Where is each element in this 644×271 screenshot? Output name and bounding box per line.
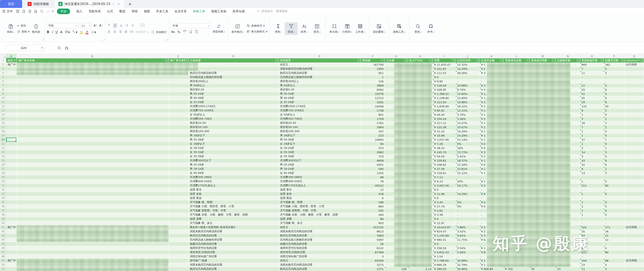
row-number[interactable]: 44: [0, 238, 6, 242]
table-header-cell[interactable]: 总购物车数: [556, 58, 580, 62]
cell[interactable]: 903: [361, 221, 385, 225]
underline-icon[interactable]: U: [56, 30, 58, 34]
cell[interactable]: 女 30-34岁: [188, 150, 279, 154]
cell[interactable]: [6, 75, 17, 79]
cell[interactable]: 分日详情: [624, 62, 644, 67]
cell[interactable]: -: [456, 217, 480, 221]
row-number[interactable]: 5: [0, 75, 6, 79]
cell[interactable]: [624, 213, 644, 217]
cell[interactable]: [169, 179, 188, 184]
export-icon[interactable]: [22, 10, 26, 13]
cell[interactable]: 类目笔50-100: [278, 125, 361, 129]
cell[interactable]: 223: [361, 134, 385, 138]
cell[interactable]: -: [580, 79, 604, 84]
cell[interactable]: 购买过店内商品的访客: [188, 267, 279, 271]
cell[interactable]: 13: [556, 267, 580, 271]
cell[interactable]: 天气现象 小雨、雨夹雪、阵雪、小雪: [278, 204, 361, 208]
table-tools-button[interactable]: 表格工具 ▾: [391, 22, 407, 35]
cell[interactable]: 1: [604, 146, 624, 150]
row-number[interactable]: 18: [0, 129, 6, 134]
cell[interactable]: ¥ 994.31: [433, 238, 456, 242]
cell[interactable]: [169, 117, 188, 121]
cell[interactable]: 0: [604, 154, 624, 158]
cell[interactable]: [6, 100, 17, 104]
cell[interactable]: [624, 138, 644, 142]
cell[interactable]: [17, 167, 169, 171]
cell[interactable]: 11.75%: [456, 238, 480, 242]
cell[interactable]: [17, 121, 169, 125]
cell[interactable]: ¥ 112.43: [433, 71, 456, 75]
cell[interactable]: 14.29%: [456, 134, 480, 138]
cell[interactable]: [6, 188, 17, 192]
cell[interactable]: 533: [361, 146, 385, 150]
cell[interactable]: 32: [580, 162, 604, 167]
tab-docer-templates[interactable]: ❧ 找稻壳模板: [22, 0, 55, 8]
cell[interactable]: 女 50岁以上: [188, 112, 279, 117]
cell[interactable]: [624, 134, 644, 138]
cell[interactable]: ¥ 258.59: [433, 246, 456, 250]
cell[interactable]: 156: [361, 79, 385, 84]
cell[interactable]: [17, 104, 169, 108]
filter-button[interactable]: 筛选 ▾: [285, 22, 298, 35]
cell[interactable]: [169, 158, 188, 162]
row-number[interactable]: 15: [0, 117, 6, 121]
cell[interactable]: ¥ 7.28: [433, 142, 456, 146]
cell[interactable]: ¥ 54.04: [433, 154, 456, 158]
cell[interactable]: 客: [188, 67, 279, 71]
row-number[interactable]: 34: [0, 196, 6, 200]
cell[interactable]: [17, 117, 169, 121]
cell[interactable]: 16: [361, 242, 385, 246]
cell[interactable]: [6, 184, 17, 188]
cell[interactable]: 16: [580, 121, 604, 125]
cell[interactable]: 1: [580, 142, 604, 146]
filter-dropdown-icon[interactable]: [500, 59, 503, 62]
cell[interactable]: [6, 71, 17, 75]
row-number[interactable]: 38: [0, 213, 6, 217]
cell[interactable]: ¥ 11.22: [433, 129, 456, 134]
table-header-cell[interactable]: 推广单元名称: [17, 58, 169, 62]
cell[interactable]: 分日详情: [624, 225, 644, 229]
filter-dropdown-icon[interactable]: [275, 59, 278, 62]
cell[interactable]: 月消费300元以下: [188, 158, 279, 162]
cell[interactable]: 自定义: [278, 258, 361, 263]
cell[interactable]: 类目笔20-50: [278, 121, 361, 125]
row-number[interactable]: 21: [0, 142, 6, 146]
cell[interactable]: 女 25-29岁: [188, 100, 279, 104]
cell[interactable]: 女 50岁以上: [278, 112, 361, 117]
cell[interactable]: [188, 62, 279, 67]
cell[interactable]: 购买过店内商品的访客: [188, 234, 279, 238]
cell[interactable]: [17, 175, 169, 179]
cell[interactable]: [169, 96, 188, 100]
filter-dropdown-icon[interactable]: [621, 59, 624, 62]
cell[interactable]: 男 18-24岁: [278, 167, 361, 171]
cell[interactable]: -: [604, 188, 624, 192]
cell[interactable]: 20%: [456, 179, 480, 184]
cell[interactable]: 类目笔100-300: [188, 129, 279, 134]
row-number[interactable]: 45: [0, 242, 6, 246]
cell[interactable]: -: [604, 221, 624, 225]
column-header-J[interactable]: J: [456, 54, 480, 58]
cell[interactable]: 115: [580, 104, 604, 108]
cell[interactable]: 20: [580, 88, 604, 92]
cell[interactable]: 女 18-24岁: [278, 146, 361, 150]
cell[interactable]: 3: [604, 171, 624, 175]
cell[interactable]: [17, 254, 169, 258]
cell[interactable]: [624, 192, 644, 196]
cell[interactable]: 2982: [361, 150, 385, 154]
cell[interactable]: [624, 84, 644, 88]
filter-dropdown-icon[interactable]: [382, 59, 384, 62]
cell[interactable]: 0: [604, 213, 624, 217]
row-number[interactable]: 1: [0, 58, 6, 62]
row-number[interactable]: 42: [0, 229, 6, 234]
column-header-A[interactable]: A: [6, 54, 16, 58]
cell[interactable]: 月消费750-1049元: [188, 108, 279, 112]
filter-dropdown-icon[interactable]: [430, 59, 432, 62]
cell[interactable]: 2: [604, 108, 624, 112]
filter-dropdown-icon[interactable]: [452, 59, 455, 62]
cell[interactable]: 801: [361, 112, 385, 117]
cell[interactable]: 1: [580, 208, 604, 213]
cell[interactable]: [624, 158, 644, 162]
cell[interactable]: ¥ 0: [433, 196, 456, 200]
cell[interactable]: 129: [385, 267, 408, 271]
cell[interactable]: 月消费550-749元: [188, 117, 279, 121]
